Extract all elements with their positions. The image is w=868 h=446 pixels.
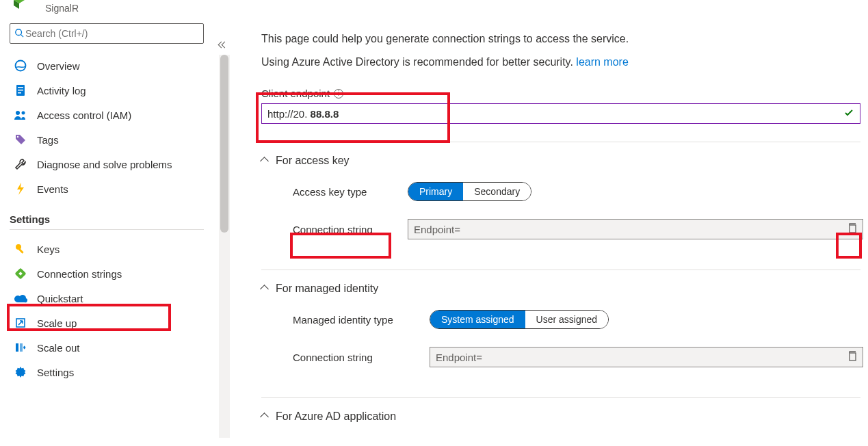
nav-label: Tags — [37, 134, 59, 146]
tags-icon — [14, 133, 27, 146]
svg-rect-22 — [850, 353, 856, 360]
nav-label: Activity log — [37, 85, 86, 96]
client-endpoint-value: http://20. 88.8.8 — [267, 108, 843, 120]
sidebar-item-events[interactable]: Events — [10, 176, 204, 201]
connection-strings-icon — [14, 267, 27, 280]
svg-rect-7 — [18, 90, 23, 91]
main-panel: This page could help you generate connec… — [261, 0, 863, 446]
access-key-type-toggle[interactable]: Primary Secondary — [408, 182, 531, 201]
intro-recommendation: Using Azure Active Directory is recommen… — [261, 56, 863, 68]
svg-rect-8 — [18, 92, 21, 94]
managed-type-toggle[interactable]: System assigned User assigned — [430, 310, 609, 329]
svg-point-13 — [16, 244, 21, 250]
search-icon — [14, 28, 24, 40]
chevron-up-icon — [261, 410, 267, 423]
bolt-icon — [14, 182, 27, 196]
svg-point-10 — [22, 112, 25, 115]
access-key-primary[interactable]: Primary — [408, 183, 463, 200]
managed-conn-label: Connection string — [293, 352, 430, 363]
svg-rect-21 — [850, 225, 856, 233]
learn-more-link[interactable]: learn more — [576, 56, 628, 68]
sidebar-item-activity-log[interactable]: Activity log — [10, 78, 204, 103]
client-endpoint-section: Client endpoint i http://20. 88.8.8 — [261, 88, 863, 124]
intro2-prefix: Using Azure Active Directory is recommen… — [261, 56, 576, 68]
access-key-conn-value: Endpoint= — [408, 219, 863, 239]
svg-point-9 — [16, 111, 20, 115]
access-key-conn-label: Connection string — [293, 224, 408, 235]
sidebar-search[interactable] — [10, 23, 204, 44]
search-input[interactable] — [24, 27, 199, 40]
svg-point-2 — [16, 29, 22, 35]
client-endpoint-input[interactable]: http://20. 88.8.8 — [261, 103, 860, 124]
svg-marker-12 — [17, 183, 24, 195]
client-endpoint-label: Client endpoint i — [261, 88, 343, 99]
service-name: SignalR — [10, 0, 209, 23]
svg-line-3 — [21, 34, 24, 37]
sidebar-item-quickstart[interactable]: Quickstart — [10, 286, 204, 311]
sidebar: SignalR Overview Activity log Access con… — [0, 0, 219, 446]
nav-label: Diagnose and solve problems — [37, 159, 172, 170]
globe-icon — [14, 59, 27, 73]
key-icon — [14, 242, 27, 256]
scale-out-icon — [14, 341, 27, 354]
nav-label: Access control (IAM) — [37, 109, 131, 121]
nav-label: Overview — [37, 60, 80, 72]
sidebar-item-scale-out[interactable]: Scale out — [10, 335, 204, 360]
chevron-up-icon — [261, 283, 267, 295]
section-access-key: For access key Access key type Primary S… — [261, 142, 863, 252]
svg-rect-19 — [20, 343, 23, 352]
scale-up-icon — [14, 316, 27, 330]
nav-label: Scale up — [37, 317, 77, 329]
nav-label: Quickstart — [37, 293, 83, 304]
copy-icon[interactable] — [847, 223, 857, 236]
collapse-sidebar-icon[interactable] — [219, 38, 227, 49]
chevron-up-icon — [261, 155, 267, 167]
section-aad-app-toggle[interactable]: For Azure AD application — [261, 410, 863, 423]
nav-section-settings: Settings — [10, 213, 204, 225]
nav-label: Keys — [37, 244, 60, 255]
sidebar-item-access-control[interactable]: Access control (IAM) — [10, 103, 204, 127]
managed-user-assigned[interactable]: User assigned — [525, 311, 609, 328]
section-managed-identity: For managed identity Managed identity ty… — [261, 270, 863, 380]
people-icon — [14, 108, 27, 122]
cloud-icon — [14, 291, 27, 305]
section-access-key-toggle[interactable]: For access key — [261, 155, 863, 167]
section-managed-identity-toggle[interactable]: For managed identity — [261, 283, 863, 295]
sidebar-item-overview[interactable]: Overview — [10, 53, 204, 78]
nav-label: Events — [37, 183, 68, 195]
copy-icon[interactable] — [847, 351, 857, 364]
nav-label: Settings — [37, 367, 74, 378]
signalr-icon — [12, 0, 26, 12]
info-icon[interactable]: i — [334, 89, 343, 99]
sidebar-item-diagnose[interactable]: Diagnose and solve problems — [10, 152, 204, 176]
nav-top: Overview Activity log Access control (IA… — [10, 53, 204, 384]
nav-label: Connection strings — [37, 268, 122, 280]
check-icon — [843, 107, 854, 120]
intro-text: This page could help you generate connec… — [261, 33, 863, 45]
sidebar-item-keys[interactable]: Keys — [10, 237, 204, 261]
managed-conn-value: Endpoint= — [430, 347, 863, 367]
svg-rect-14 — [18, 248, 24, 254]
nav-label: Scale out — [37, 342, 80, 354]
wrench-icon — [14, 157, 27, 171]
access-key-secondary[interactable]: Secondary — [463, 183, 531, 200]
log-icon — [14, 83, 27, 97]
scrollbar-thumb[interactable] — [220, 55, 228, 233]
gear-icon — [14, 365, 27, 379]
divider — [10, 229, 204, 230]
section-aad-app: For Azure AD application — [261, 398, 863, 423]
sidebar-item-scale-up[interactable]: Scale up — [10, 311, 204, 335]
svg-point-4 — [16, 61, 26, 71]
sidebar-item-settings[interactable]: Settings — [10, 360, 204, 384]
svg-rect-18 — [16, 343, 18, 352]
svg-rect-6 — [18, 87, 23, 88]
sidebar-item-connection-strings[interactable]: Connection strings — [10, 261, 204, 286]
sidebar-item-tags[interactable]: Tags — [10, 127, 204, 152]
svg-point-11 — [17, 136, 18, 137]
scrollbar[interactable] — [219, 55, 230, 438]
managed-system-assigned[interactable]: System assigned — [430, 311, 525, 328]
managed-type-label: Managed identity type — [293, 314, 430, 326]
access-key-type-label: Access key type — [293, 186, 408, 198]
